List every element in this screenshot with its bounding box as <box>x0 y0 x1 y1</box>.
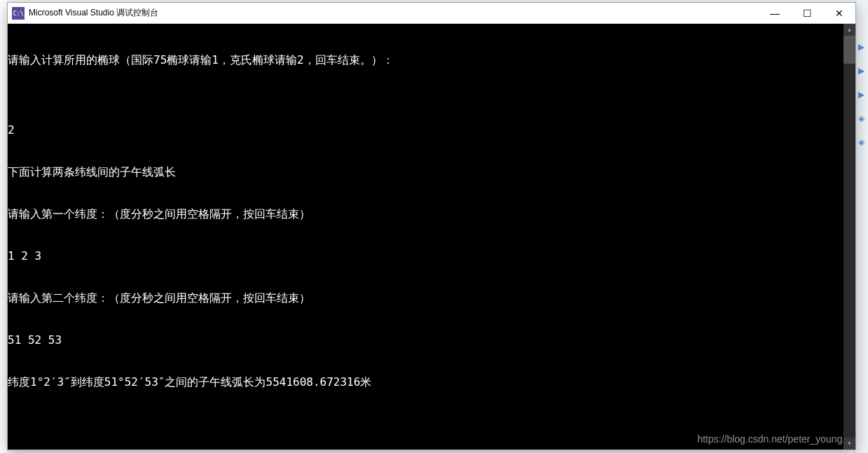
play-icon: ▶ <box>858 90 864 99</box>
console-line: 纬度1°2′3″到纬度51°52′53″之间的子午线弧长为5541608.672… <box>8 375 855 389</box>
ide-left-gutter <box>0 0 7 453</box>
play-icon: ▶ <box>858 42 864 52</box>
vertical-scrollbar[interactable]: ▲ ▼ <box>843 24 855 449</box>
scroll-thumb[interactable] <box>843 36 855 64</box>
window-controls: — ☐ ✕ <box>759 3 855 23</box>
cube-icon: ◈ <box>858 137 864 147</box>
cube-icon: ◈ <box>858 113 864 123</box>
console-line: 1 2 3 <box>8 249 855 263</box>
ide-right-icons: ▶ ▶ ▶ ◈ ◈ <box>855 0 868 147</box>
console-line: 请输入计算所用的椭球（国际75椭球请输1，克氏椭球请输2，回车结束。）： <box>8 53 855 67</box>
app-icon: C:\ <box>12 7 25 20</box>
console-line: 请输入第二个纬度：（度分秒之间用空格隔开，按回车结束） <box>8 291 855 305</box>
play-icon: ▶ <box>858 66 864 76</box>
watermark-text: https://blog.csdn.net/peter_young19 <box>697 432 853 446</box>
console-line: 下面计算两条纬线间的子午线弧长 <box>8 165 855 179</box>
console-line: 51 52 53 <box>8 333 855 347</box>
scroll-up-button[interactable]: ▲ <box>843 24 855 36</box>
maximize-button[interactable]: ☐ <box>791 3 823 23</box>
console-output[interactable]: 请输入计算所用的椭球（国际75椭球请输1，克氏椭球请输2，回车结束。）： 2 下… <box>8 24 855 449</box>
minimize-button[interactable]: — <box>759 3 791 23</box>
console-line: 请输入第一个纬度：（度分秒之间用空格隔开，按回车结束） <box>8 207 855 221</box>
console-line: 2 <box>8 123 855 137</box>
ide-right-panel: ▶ ▶ ▶ ◈ ◈ <box>854 0 868 453</box>
console-window: C:\ Microsoft Visual Studio 调试控制台 — ☐ ✕ … <box>7 2 856 450</box>
titlebar[interactable]: C:\ Microsoft Visual Studio 调试控制台 — ☐ ✕ <box>8 3 855 24</box>
close-button[interactable]: ✕ <box>823 3 855 23</box>
window-title: Microsoft Visual Studio 调试控制台 <box>29 7 759 19</box>
scroll-down-button[interactable]: ▼ <box>843 438 855 449</box>
